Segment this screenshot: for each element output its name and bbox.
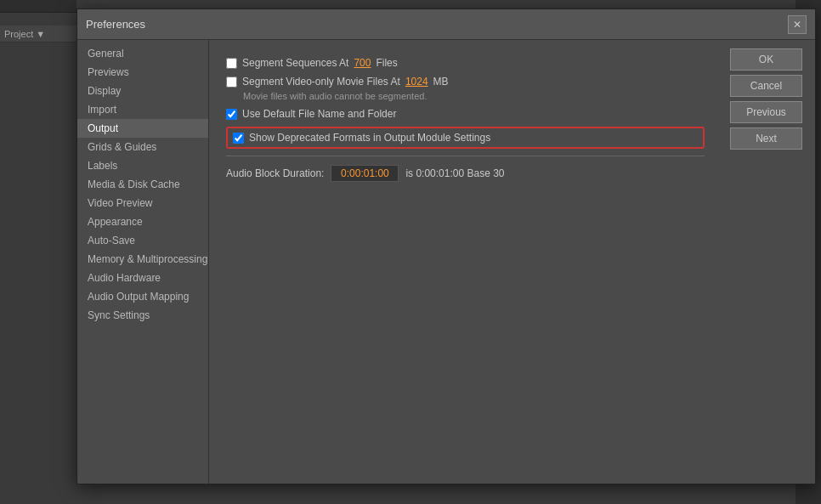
segment-sequences-checkbox[interactable] xyxy=(226,58,237,69)
cancel-button[interactable]: Cancel xyxy=(730,75,802,97)
action-buttons: OK Cancel Previous Next xyxy=(730,48,802,150)
dialog-title-bar: Preferences ✕ xyxy=(77,9,815,40)
sidebar-item-media-disk-cache[interactable]: Media & Disk Cache xyxy=(77,175,208,194)
main-content: OK Cancel Previous Next Segment Sequence… xyxy=(209,40,815,484)
segment-video-row: Segment Video-only Movie Files At 1024 M… xyxy=(226,76,705,88)
content-area: Segment Sequences At 700 Files Segment V… xyxy=(226,53,705,182)
audio-block-input[interactable] xyxy=(331,165,399,182)
app-topbar xyxy=(0,0,76,13)
sidebar-item-video-preview[interactable]: Video Preview xyxy=(77,194,208,212)
sidebar-item-general[interactable]: General xyxy=(77,44,208,63)
show-deprecated-checkbox[interactable] xyxy=(233,133,244,144)
segment-video-label: Segment Video-only Movie Files At xyxy=(242,76,400,88)
audio-block-row: Audio Block Duration: is 0:00:01:00 Base… xyxy=(226,165,705,182)
sidebar-item-audio-hardware[interactable]: Audio Hardware xyxy=(77,269,208,287)
next-button[interactable]: Next xyxy=(730,127,802,150)
sidebar-item-previews[interactable]: Previews xyxy=(77,63,208,82)
dialog-title: Preferences xyxy=(86,18,145,31)
project-label: Project ▼ xyxy=(0,25,76,42)
segment-sequences-row: Segment Sequences At 700 Files xyxy=(226,57,705,69)
dialog-body: General Previews Display Import Output G… xyxy=(77,40,815,484)
close-button[interactable]: ✕ xyxy=(788,15,807,34)
sidebar-item-labels[interactable]: Labels xyxy=(77,156,208,175)
segment-video-unit: MB xyxy=(433,76,449,88)
preferences-sidebar: General Previews Display Import Output G… xyxy=(77,40,209,484)
sidebar-item-grids-guides[interactable]: Grids & Guides xyxy=(77,138,208,156)
segment-sequences-unit: Files xyxy=(376,57,397,69)
sidebar-item-memory-multiprocessing[interactable]: Memory & Multiprocessing xyxy=(77,250,208,269)
segment-sequences-label: Segment Sequences At xyxy=(242,57,348,69)
show-deprecated-row: Show Deprecated Formats in Output Module… xyxy=(226,127,705,149)
segment-sequences-value[interactable]: 700 xyxy=(354,57,371,69)
previous-button[interactable]: Previous xyxy=(730,101,802,123)
sidebar-item-audio-output-mapping[interactable]: Audio Output Mapping xyxy=(77,287,208,306)
show-deprecated-label: Show Deprecated Formats in Output Module… xyxy=(249,132,490,144)
use-default-row: Use Default File Name and Folder xyxy=(226,108,705,120)
audio-block-info: is 0:00:01:00 Base 30 xyxy=(405,167,504,179)
sidebar-item-appearance[interactable]: Appearance xyxy=(77,212,208,231)
preferences-dialog: Preferences ✕ General Previews Display I… xyxy=(76,8,816,484)
use-default-checkbox[interactable] xyxy=(226,109,237,120)
sidebar-item-sync-settings[interactable]: Sync Settings xyxy=(77,306,208,325)
audio-block-label: Audio Block Duration: xyxy=(226,167,324,179)
sidebar-item-auto-save[interactable]: Auto-Save xyxy=(77,231,208,250)
content-divider xyxy=(226,156,705,156)
segment-video-checkbox[interactable] xyxy=(226,76,237,88)
ok-button[interactable]: OK xyxy=(730,48,802,71)
sidebar-item-import[interactable]: Import xyxy=(77,100,208,119)
segment-video-note: Movie files with audio cannot be segment… xyxy=(243,91,705,101)
sidebar-item-output[interactable]: Output xyxy=(77,119,208,138)
app-sidebar-bg: Project ▼ xyxy=(0,13,76,504)
sidebar-item-display[interactable]: Display xyxy=(77,82,208,100)
use-default-label: Use Default File Name and Folder xyxy=(242,108,396,120)
segment-video-value[interactable]: 1024 xyxy=(405,76,428,88)
